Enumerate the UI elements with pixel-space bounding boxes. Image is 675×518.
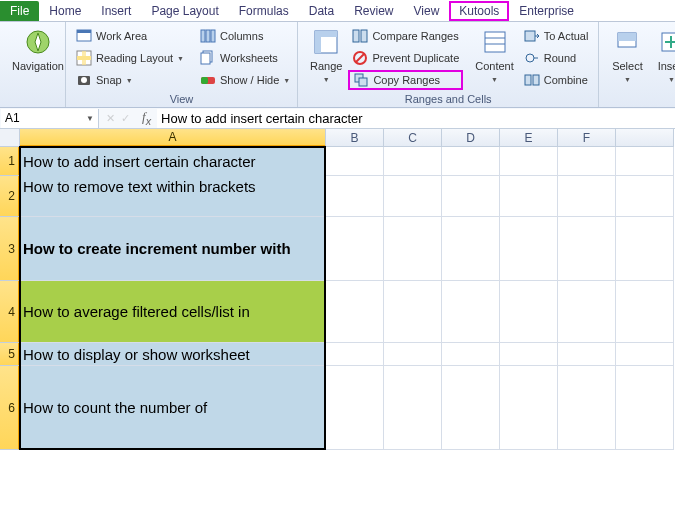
cell-F4[interactable]: [558, 281, 616, 343]
cell-D6[interactable]: [442, 366, 500, 450]
cell-D1[interactable]: [442, 147, 500, 176]
columns-button[interactable]: Columns: [196, 26, 294, 46]
tab-enterprise[interactable]: Enterprise: [509, 1, 584, 21]
chevron-down-icon: ▼: [283, 77, 290, 84]
cell-E5[interactable]: [500, 343, 558, 366]
name-box-input[interactable]: [5, 111, 73, 125]
cell-F2[interactable]: [558, 176, 616, 217]
insert-button[interactable]: Insert▼: [649, 24, 675, 88]
cell-C6[interactable]: [384, 366, 442, 450]
cell-A3[interactable]: How to create increment number with: [20, 217, 326, 281]
snap-button[interactable]: Snap ▼: [72, 70, 188, 90]
chevron-down-icon[interactable]: ▼: [86, 114, 94, 123]
cell-G4[interactable]: [616, 281, 674, 343]
cell-E1[interactable]: [500, 147, 558, 176]
tab-review[interactable]: Review: [344, 1, 403, 21]
col-head-F[interactable]: F: [558, 129, 616, 147]
cell-G2[interactable]: [616, 176, 674, 217]
tab-insert[interactable]: Insert: [91, 1, 141, 21]
round-button[interactable]: Round: [520, 48, 593, 68]
row-head-5[interactable]: 5: [0, 343, 20, 366]
cell-F1[interactable]: [558, 147, 616, 176]
cell-A1[interactable]: How to add insert certain character: [20, 147, 326, 176]
cell-F5[interactable]: [558, 343, 616, 366]
cell-G5[interactable]: [616, 343, 674, 366]
to-actual-button[interactable]: To Actual: [520, 26, 593, 46]
fx-icon[interactable]: fx: [136, 109, 157, 127]
cell-E2[interactable]: [500, 176, 558, 217]
cell-A5[interactable]: How to display or show worksheet: [20, 343, 326, 366]
col-head-D[interactable]: D: [442, 129, 500, 147]
range-label: Range: [310, 60, 342, 72]
reading-layout-button[interactable]: Reading Layout ▼: [72, 48, 188, 68]
formula-input[interactable]: [157, 109, 675, 128]
cell-F6[interactable]: [558, 366, 616, 450]
cell-C1[interactable]: [384, 147, 442, 176]
tab-home[interactable]: Home: [39, 1, 91, 21]
name-box[interactable]: ▼: [1, 109, 99, 128]
select-all-corner[interactable]: [0, 129, 20, 147]
cell-B2[interactable]: [326, 176, 384, 217]
cell-B6[interactable]: [326, 366, 384, 450]
cell-D3[interactable]: [442, 217, 500, 281]
cell-E6[interactable]: [500, 366, 558, 450]
copy-ranges-button[interactable]: Copy Ranges: [348, 70, 463, 90]
ranges-group-label: Ranges and Cells: [304, 92, 592, 107]
tab-kutools[interactable]: Kutools: [449, 1, 509, 21]
range-button[interactable]: Range▼: [304, 24, 348, 88]
svg-rect-18: [353, 30, 359, 42]
row-head-1[interactable]: 1: [0, 147, 20, 176]
cell-C4[interactable]: [384, 281, 442, 343]
cell-B3[interactable]: [326, 217, 384, 281]
cell-C2[interactable]: [384, 176, 442, 217]
row-head-3[interactable]: 3: [0, 217, 20, 281]
insert-icon: [655, 26, 675, 58]
svg-rect-24: [485, 32, 505, 52]
cell-E3[interactable]: [500, 217, 558, 281]
cell-D4[interactable]: [442, 281, 500, 343]
col-head-G[interactable]: [616, 129, 674, 147]
compare-ranges-icon: [352, 28, 368, 44]
col-head-A[interactable]: A: [20, 129, 326, 147]
row-head-2[interactable]: 2: [0, 176, 20, 217]
row-head-6[interactable]: 6: [0, 366, 20, 450]
cell-G6[interactable]: [616, 366, 674, 450]
cell-B5[interactable]: [326, 343, 384, 366]
show-hide-button[interactable]: Show / Hide ▼: [196, 70, 294, 90]
content-button[interactable]: Content▼: [469, 24, 520, 88]
cell-F3[interactable]: [558, 217, 616, 281]
cell-A6[interactable]: How to count the number of: [20, 366, 326, 450]
select-button[interactable]: Select▼: [605, 24, 649, 88]
navigation-icon: [22, 26, 54, 58]
row-head-4[interactable]: 4: [0, 281, 20, 343]
cell-A4[interactable]: How to average filtered cells/list in: [20, 281, 326, 343]
combine-icon: [524, 72, 540, 88]
cell-C5[interactable]: [384, 343, 442, 366]
work-area-button[interactable]: Work Area: [72, 26, 188, 46]
cell-G1[interactable]: [616, 147, 674, 176]
col-head-C[interactable]: C: [384, 129, 442, 147]
combine-button[interactable]: Combine: [520, 70, 593, 90]
compare-ranges-button[interactable]: Compare Ranges: [348, 26, 463, 46]
col-head-B[interactable]: B: [326, 129, 384, 147]
cell-D5[interactable]: [442, 343, 500, 366]
to-actual-label: To Actual: [544, 30, 589, 42]
cell-E4[interactable]: [500, 281, 558, 343]
cell-G3[interactable]: [616, 217, 674, 281]
tab-formulas[interactable]: Formulas: [229, 1, 299, 21]
tab-page-layout[interactable]: Page Layout: [141, 1, 228, 21]
cell-A2[interactable]: How to remove text within brackets: [20, 176, 326, 217]
svg-rect-5: [82, 51, 86, 65]
prevent-duplicate-button[interactable]: Prevent Duplicate: [348, 48, 463, 68]
cell-D2[interactable]: [442, 176, 500, 217]
tab-view[interactable]: View: [404, 1, 450, 21]
col-head-E[interactable]: E: [500, 129, 558, 147]
worksheets-button[interactable]: Worksheets: [196, 48, 294, 68]
file-tab[interactable]: File: [0, 1, 39, 21]
cell-C3[interactable]: [384, 217, 442, 281]
cell-B4[interactable]: [326, 281, 384, 343]
cell-B1[interactable]: [326, 147, 384, 176]
group-sep2: [605, 92, 674, 107]
tab-data[interactable]: Data: [299, 1, 344, 21]
navigation-button[interactable]: Navigation: [6, 24, 70, 74]
